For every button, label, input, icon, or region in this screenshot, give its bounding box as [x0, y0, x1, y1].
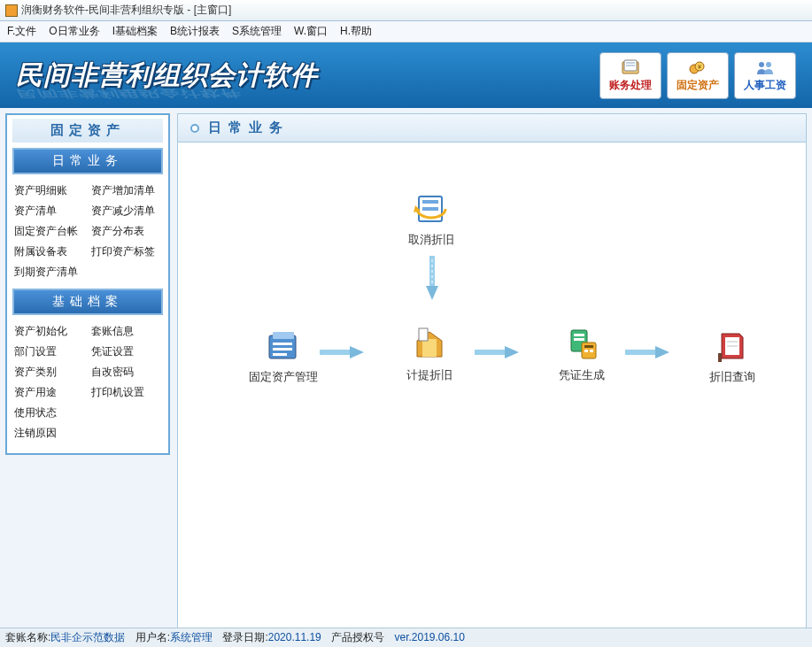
svg-rect-31	[584, 345, 593, 348]
svg-rect-30	[582, 343, 596, 358]
svg-rect-28	[574, 334, 584, 336]
ledger-icon	[620, 58, 641, 76]
main-area: 日常业务 取消折旧 固定资产管理 计提折旧	[175, 108, 812, 635]
link-password[interactable]: 自改密码	[91, 365, 161, 380]
flow-cancel-depreciation[interactable]: 取消折旧	[408, 191, 454, 248]
link-account-info[interactable]: 套账信息	[91, 324, 161, 339]
cancel-depr-icon	[412, 191, 451, 227]
status-user-value: 系统管理	[170, 631, 213, 643]
svg-rect-24	[419, 328, 428, 341]
sidebar-section-daily[interactable]: 日常业务	[12, 148, 163, 174]
app-icon	[5, 4, 18, 17]
flow-label: 固定资产管理	[249, 369, 318, 385]
menu-file[interactable]: F.文件	[7, 24, 36, 39]
link-asset-reduce[interactable]: 资产减少清单	[91, 204, 161, 219]
banner-title-reflection: 民间非营利组织会计软件	[16, 87, 240, 100]
svg-rect-20	[273, 353, 287, 356]
status-license-label: 产品授权号	[331, 631, 384, 643]
link-usage[interactable]: 资产用途	[14, 385, 84, 400]
svg-rect-19	[273, 348, 292, 350]
arrow-right-icon	[625, 346, 669, 358]
flow-canvas: 取消折旧 固定资产管理 计提折旧 凭证生成	[177, 142, 807, 629]
svg-rect-10	[422, 200, 438, 204]
statusbar: 套账名称:民非企示范数据 用户名:系统管理 登录日期:2020.11.19 产品…	[0, 628, 812, 647]
link-printer[interactable]: 打印机设置	[91, 385, 161, 400]
link-empty	[91, 405, 161, 420]
flow-asset-manage[interactable]: 固定资产管理	[249, 328, 318, 385]
bullet-icon	[190, 124, 199, 133]
flow-voucher-gen[interactable]: 凭证生成	[559, 327, 605, 383]
arrow-right-icon	[475, 346, 519, 358]
svg-rect-25	[475, 350, 507, 355]
titlebar: 润衡财务软件-民间非营利组织专版 - [主窗口]	[0, 0, 812, 21]
flow-label: 取消折旧	[408, 232, 454, 248]
sidebar-section-archive[interactable]: 基础档案	[12, 289, 163, 315]
svg-marker-14	[426, 286, 438, 300]
status-license-value: ver.2019.06.10	[394, 631, 464, 643]
svg-point-8	[766, 62, 771, 67]
menu-daily[interactable]: O日常业务	[49, 24, 99, 39]
sidebar: 固定资产 日常业务 资产明细账 资产增加清单 资产清单 资产减少清单 固定资产台…	[0, 108, 175, 635]
link-equipment[interactable]: 附属设备表	[14, 244, 84, 259]
svg-rect-34	[625, 350, 657, 355]
flow-label: 凭证生成	[559, 367, 605, 383]
link-dept[interactable]: 部门设置	[14, 344, 84, 359]
menu-system[interactable]: S系统管理	[232, 24, 282, 39]
link-expired[interactable]: 到期资产清单	[14, 265, 161, 280]
link-asset-list[interactable]: 资产清单	[14, 204, 84, 219]
calc-depr-icon	[410, 327, 449, 362]
link-asset-dist[interactable]: 资产分布表	[91, 224, 161, 239]
svg-rect-11	[422, 207, 438, 211]
status-account-value: 民非企示范数据	[50, 631, 125, 643]
banner-btn-label: 账务处理	[609, 78, 652, 93]
svg-marker-22	[350, 346, 364, 358]
flow-calc-depreciation[interactable]: 计提折旧	[406, 327, 452, 383]
svg-marker-35	[655, 346, 669, 358]
banner-btn-hr[interactable]: 人事工资	[734, 52, 796, 99]
asset-manage-icon	[264, 328, 303, 364]
sidebar-links-archive: 资产初始化 套账信息 部门设置 凭证设置 资产类别 自改密码 资产用途 打印机设…	[12, 320, 163, 444]
window-title: 润衡财务软件-民间非营利组织专版 - [主窗口]	[21, 3, 231, 18]
menu-help[interactable]: H.帮助	[340, 24, 372, 39]
status-date-value: 2020.11.19	[268, 631, 321, 643]
svg-point-7	[759, 62, 764, 67]
arrow-down-icon	[426, 256, 438, 300]
link-asset-detail[interactable]: 资产明细账	[14, 183, 84, 198]
link-asset-init[interactable]: 资产初始化	[14, 324, 84, 339]
svg-rect-33	[590, 350, 593, 352]
svg-text:¥: ¥	[698, 64, 701, 70]
menubar: F.文件 O日常业务 I基础档案 B统计报表 S系统管理 W.窗口 H.帮助	[0, 21, 812, 42]
link-category[interactable]: 资产类别	[14, 365, 84, 380]
svg-rect-21	[320, 350, 352, 355]
svg-rect-18	[273, 343, 292, 345]
link-asset-ledger[interactable]: 固定资产台帐	[14, 224, 84, 239]
menu-window[interactable]: W.窗口	[294, 24, 328, 39]
svg-rect-39	[718, 353, 722, 362]
link-asset-add[interactable]: 资产增加清单	[91, 183, 161, 198]
svg-rect-32	[584, 350, 588, 352]
main-title: 日常业务	[208, 119, 290, 136]
status-date-label: 登录日期:	[222, 631, 267, 643]
link-status[interactable]: 使用状态	[14, 405, 84, 420]
banner-btn-label: 固定资产	[677, 78, 719, 93]
people-icon	[754, 58, 776, 76]
menu-report[interactable]: B统计报表	[170, 24, 220, 39]
link-cancel-reason[interactable]: 注销原因	[14, 426, 84, 441]
svg-rect-29	[574, 338, 584, 341]
link-voucher-set[interactable]: 凭证设置	[91, 344, 161, 359]
query-icon	[713, 328, 752, 364]
banner-btn-assets[interactable]: ¥ 固定资产	[667, 52, 729, 99]
status-account-label: 套账名称:	[5, 631, 50, 643]
svg-rect-23	[422, 339, 437, 357]
banner-btn-accounting[interactable]: 账务处理	[599, 52, 661, 99]
voucher-gen-icon	[562, 327, 601, 362]
status-user-label: 用户名:	[135, 631, 170, 643]
flow-label: 折旧查询	[709, 369, 755, 385]
menu-archive[interactable]: I基础档案	[112, 24, 158, 39]
flow-label: 计提折旧	[406, 367, 452, 383]
sidebar-title: 固定资产	[12, 119, 163, 142]
link-print-tag[interactable]: 打印资产标签	[91, 244, 161, 259]
banner: 民间非营利组织会计软件 民间非营利组织会计软件 账务处理 ¥ 固定资产 人事工资	[0, 42, 812, 108]
workspace: 固定资产 日常业务 资产明细账 资产增加清单 资产清单 资产减少清单 固定资产台…	[0, 108, 812, 635]
flow-depr-query[interactable]: 折旧查询	[709, 328, 755, 385]
